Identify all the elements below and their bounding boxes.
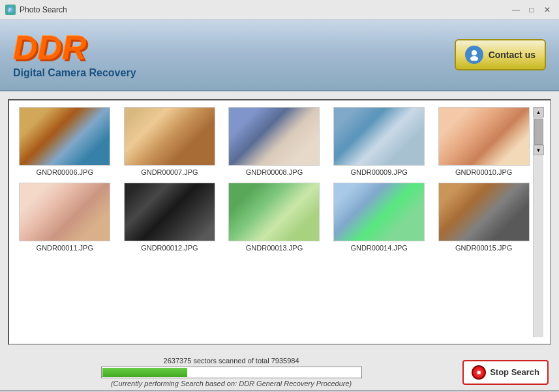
maximize-button[interactable]: □ [525, 3, 538, 16]
progress-row: 2637375 sectors scanned of total 7935984… [10, 357, 549, 387]
photo-filename-4: GNDR00010.JPG [455, 168, 512, 176]
header: DDR Digital Camera Recovery Contact us [0, 20, 559, 91]
ddr-logo: DDR [13, 31, 136, 65]
photo-thumbnail-8 [333, 183, 425, 241]
photo-grid: GNDR00006.JPGGNDR00007.JPGGNDR00008.JPGG… [16, 107, 533, 337]
photo-filename-5: GNDR00011.JPG [37, 244, 93, 252]
photo-filename-1: GNDR00007.JPG [141, 168, 198, 176]
photo-item-7[interactable]: GNDR00013.JPG [225, 183, 324, 252]
stop-icon: ■ [472, 365, 486, 380]
contact-icon [465, 46, 483, 64]
photo-filename-3: GNDR00009.JPG [350, 168, 407, 176]
header-left: DDR Digital Camera Recovery [13, 31, 136, 79]
title-bar: P Photo Search — □ ✕ [0, 0, 559, 20]
photo-filename-9: GNDR00015.JPG [455, 244, 512, 252]
stop-search-button[interactable]: ■ Stop Search [462, 360, 549, 385]
photo-grid-container: GNDR00006.JPGGNDR00007.JPGGNDR00008.JPGG… [8, 99, 551, 345]
photo-thumbnail-6 [124, 183, 215, 241]
main-content: GNDR00006.JPGGNDR00007.JPGGNDR00008.JPGG… [0, 91, 559, 353]
photo-item-9[interactable]: GNDR00015.JPG [434, 183, 533, 252]
photo-item-6[interactable]: GNDR00012.JPG [121, 183, 219, 252]
window-title: Photo Search [20, 5, 67, 14]
svg-point-2 [472, 50, 477, 55]
progress-caption: (Currently performing Search based on: D… [111, 380, 352, 387]
scrollbar[interactable]: ▲ ▼ [533, 107, 543, 337]
photo-thumbnail-5 [19, 183, 110, 241]
photo-thumbnail-3 [333, 107, 425, 166]
progress-text: 2637375 sectors scanned of total 7935984 [164, 357, 299, 365]
progress-bar-outer [101, 367, 362, 378]
photo-thumbnail-1 [124, 107, 215, 166]
window-controls: — □ ✕ [509, 3, 554, 16]
progress-bar-inner [102, 368, 188, 377]
photo-filename-0: GNDR00006.JPG [37, 168, 93, 176]
photo-filename-6: GNDR00012.JPG [141, 244, 198, 252]
progress-info: 2637375 sectors scanned of total 7935984… [10, 357, 452, 387]
stop-search-label: Stop Search [490, 367, 539, 377]
photo-item-5[interactable]: GNDR00011.JPG [16, 183, 114, 252]
photo-thumbnail-2 [228, 107, 320, 166]
photo-item-8[interactable]: GNDR00014.JPG [330, 183, 429, 252]
title-bar-left: P Photo Search [5, 5, 67, 15]
photo-thumbnail-4 [438, 107, 530, 166]
app-subtitle: Digital Camera Recovery [13, 67, 136, 79]
photo-thumbnail-0 [19, 107, 110, 166]
close-button[interactable]: ✕ [541, 3, 554, 16]
photo-item-0[interactable]: GNDR00006.JPG [16, 107, 114, 176]
photo-item-4[interactable]: GNDR00010.JPG [434, 107, 533, 176]
photo-filename-7: GNDR00013.JPG [246, 244, 303, 252]
minimize-button[interactable]: — [509, 3, 522, 16]
contact-button[interactable]: Contact us [455, 39, 546, 70]
photo-item-2[interactable]: GNDR00008.JPG [225, 107, 324, 176]
app-icon: P [5, 5, 16, 15]
contact-label: Contact us [489, 50, 536, 60]
scroll-thumb[interactable] [534, 119, 543, 145]
photo-filename-8: GNDR00014.JPG [350, 244, 407, 252]
photo-thumbnail-9 [438, 183, 530, 241]
svg-text:P: P [8, 8, 12, 12]
photo-item-1[interactable]: GNDR00007.JPG [121, 107, 219, 176]
photo-filename-2: GNDR00008.JPG [246, 168, 303, 176]
progress-area: 2637375 sectors scanned of total 7935984… [0, 353, 559, 390]
scroll-down-button[interactable]: ▼ [534, 145, 544, 155]
photo-item-3[interactable]: GNDR00009.JPG [330, 107, 429, 176]
scroll-up-button[interactable]: ▲ [534, 107, 544, 117]
photo-thumbnail-7 [228, 183, 320, 241]
svg-point-3 [470, 56, 478, 61]
